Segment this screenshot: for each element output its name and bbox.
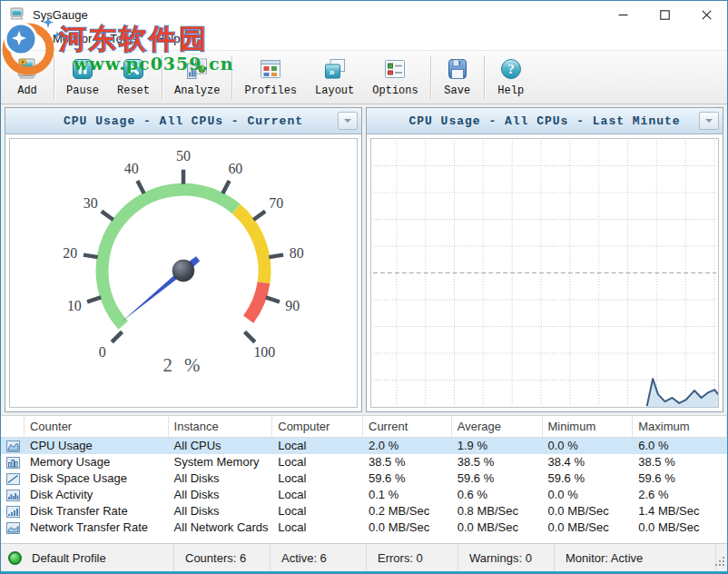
gauge-tick-label: 30 <box>84 195 98 211</box>
menu-item-help[interactable]: Help <box>147 29 190 49</box>
table-cell: All Disks <box>169 487 273 503</box>
table-header-minimum[interactable]: Minimum <box>543 416 634 437</box>
gauge-panel-dropdown-button[interactable] <box>338 112 358 130</box>
resize-grip[interactable] <box>715 556 725 569</box>
table-cell: 1.9 % <box>452 438 543 454</box>
history-chart-panel: CPU Usage - All CPUs - Last Minute <box>366 107 723 412</box>
menu-item-tools[interactable]: Tools <box>101 29 146 49</box>
counter-cell-icon-wrap <box>1 503 25 520</box>
table-cell: System Memory <box>169 454 273 470</box>
gauge-tick <box>112 332 122 341</box>
table-cell: 38.4 % <box>543 454 634 470</box>
history-chart-panel-header: CPU Usage - All CPUs - Last Minute <box>367 108 723 134</box>
table-cell: 0.0 MB/Sec <box>633 520 727 536</box>
table-cell: 1.4 MB/Sec <box>633 503 727 520</box>
table-cell: Local <box>272 438 363 454</box>
table-cell: 38.5 % <box>452 454 543 470</box>
status-section-monitor: Monitor: Active <box>555 544 716 571</box>
status-section-warnings: Warnings: 0 <box>458 544 555 571</box>
options-icon <box>382 55 408 83</box>
status-label-monitor: Monitor: Active <box>566 551 643 565</box>
toolbar-button-reset[interactable]: Reset <box>108 51 159 104</box>
menu-item-monitor[interactable]: Monitor <box>44 29 101 49</box>
table-cell: 59.6 % <box>452 470 543 487</box>
table-header-instance[interactable]: Instance <box>169 416 273 437</box>
toolbar: AddPauseResetAnalyzeProfiles»LayoutOptio… <box>1 50 727 104</box>
table-row-disk-activity[interactable]: Disk ActivityAll DisksLocal0.1 %0.6 %0.0… <box>1 487 727 503</box>
toolbar-button-options[interactable]: Options <box>363 51 427 104</box>
gauge-value-label: 2 % <box>163 354 204 376</box>
add-computer-icon <box>15 55 40 83</box>
toolbar-button-pause[interactable]: Pause <box>57 51 108 104</box>
minimize-icon <box>618 10 628 20</box>
toolbar-button-help[interactable]: ?Help <box>487 51 535 104</box>
status-indicator-green <box>8 551 22 565</box>
table-cell: 0.8 MB/Sec <box>452 503 543 520</box>
window-controls <box>602 1 727 28</box>
history-chart-panel-title: CPU Usage - All CPUs - Last Minute <box>408 114 680 128</box>
table-cell: 0.0 % <box>543 487 634 503</box>
table-cell: All CPUs <box>169 438 273 454</box>
table-cell: 0.0 MB/Sec <box>543 520 634 536</box>
table-cell: Local <box>272 520 363 536</box>
counter-cell-icon-wrap <box>1 438 25 454</box>
table-cell: Local <box>272 470 363 487</box>
table-header-computer[interactable]: Computer <box>272 416 363 437</box>
toolbar-button-profiles[interactable]: Profiles <box>235 51 306 104</box>
table-header-counter[interactable]: Counter <box>25 416 169 437</box>
toolbar-button-label: Layout <box>315 84 354 97</box>
bottom-accent-strip <box>1 571 727 573</box>
gauge-panel-body: 01020304050607080901002 % <box>5 134 361 411</box>
table-row-disk-space-usage[interactable]: Disk Space UsageAll DisksLocal59.6 %59.6… <box>1 470 727 487</box>
minimize-button[interactable] <box>602 1 644 28</box>
toolbar-separator <box>54 55 54 99</box>
reset-icon <box>121 55 146 83</box>
table-cell: 0.6 % <box>452 487 543 503</box>
gauge-tick-label: 50 <box>176 148 191 163</box>
toolbar-separator <box>231 55 232 99</box>
table-cell: 0.2 MB/Sec <box>363 503 452 520</box>
line-chart-icon <box>6 440 20 452</box>
table-row-cpu-usage[interactable]: CPU UsageAll CPUsLocal2.0 %1.9 %0.0 %6.0… <box>1 438 727 454</box>
table-row-memory-usage[interactable]: Memory UsageSystem MemoryLocal38.5 %38.5… <box>1 454 727 470</box>
gauge-tick-label: 70 <box>269 195 283 211</box>
diagonal-chart-icon <box>6 473 20 485</box>
gauge-zone <box>236 209 264 282</box>
toolbar-button-label: Help <box>497 84 524 97</box>
gauge-tick <box>87 297 101 302</box>
toolbar-button-layout[interactable]: »Layout <box>306 51 363 104</box>
wave-chart-icon <box>6 522 20 534</box>
menu-item-file[interactable]: File <box>6 29 44 49</box>
chevron-down-icon <box>343 118 352 124</box>
table-row-network-transfer-rate[interactable]: Network Transfer RateAll Network CardsLo… <box>1 520 727 536</box>
toolbar-button-save[interactable]: Save <box>434 51 481 104</box>
table-cell: Local <box>272 454 363 470</box>
toolbar-button-label: Analyze <box>174 84 220 97</box>
gauge-tick-label: 100 <box>253 344 275 360</box>
toolbar-button-label: Pause <box>66 84 99 97</box>
app-icon <box>10 7 26 22</box>
panel-area: CPU Usage - All CPUs - Current 010203040… <box>1 104 727 415</box>
toolbar-button-add[interactable]: Add <box>4 51 51 104</box>
toolbar-separator <box>430 55 431 99</box>
status-section-active: Active: 6 <box>271 544 367 571</box>
table-header-maximum[interactable]: Maximum <box>633 416 727 437</box>
table-header-average[interactable]: Average <box>452 416 543 437</box>
maximize-button[interactable] <box>644 1 685 28</box>
table-header-current[interactable]: Current <box>363 416 452 437</box>
table-cell: Disk Activity <box>25 487 169 503</box>
table-row-disk-transfer-rate[interactable]: Disk Transfer RateAll DisksLocal0.2 MB/S… <box>1 503 727 520</box>
maximize-icon <box>660 10 670 20</box>
toolbar-button-analyze[interactable]: Analyze <box>165 51 229 104</box>
toolbar-button-label: Options <box>372 84 418 97</box>
status-section-errors: Errors: 0 <box>367 544 458 571</box>
gauge-tick <box>102 212 113 220</box>
analyze-icon <box>184 55 210 83</box>
gauge-tick <box>253 212 265 220</box>
close-button[interactable] <box>685 1 727 28</box>
gauge-panel-header: CPU Usage - All CPUs - Current <box>5 108 361 134</box>
history-chart-panel-dropdown-button[interactable] <box>699 112 719 130</box>
status-section-counters: Counters: 6 <box>174 544 271 571</box>
gauge-hub <box>172 260 194 282</box>
table-cell: Disk Space Usage <box>25 470 169 487</box>
